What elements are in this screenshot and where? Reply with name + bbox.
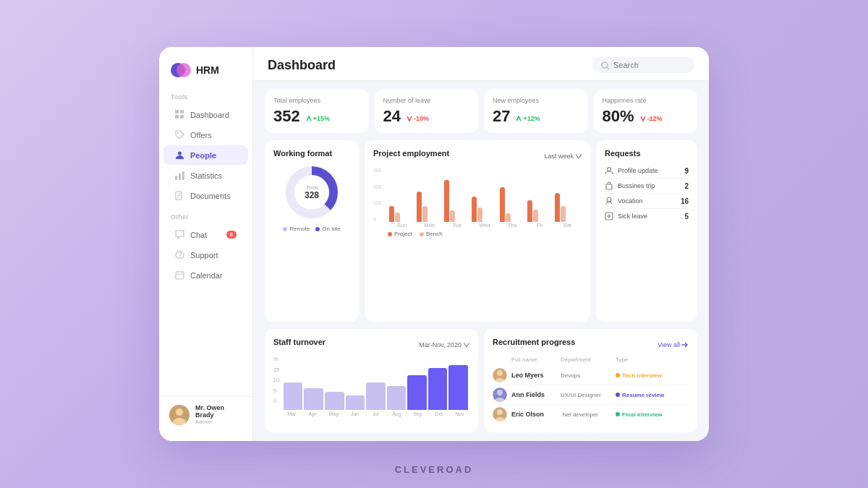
recruit-dept-2: .Net developer bbox=[561, 411, 611, 418]
recruit-row-2: Eric Olson .Net developer Final intervie… bbox=[493, 405, 689, 424]
stat-value-0: 352 bbox=[273, 107, 300, 126]
sidebar-item-support[interactable]: Support bbox=[163, 245, 248, 265]
chart-legend: Project Bench bbox=[388, 231, 582, 237]
stat-change-1: -10% bbox=[407, 115, 429, 122]
staff-chart-wrapper: % 15 10 5 0 bbox=[273, 356, 469, 416]
offers-label: Offers bbox=[190, 131, 212, 140]
view-all-link[interactable]: View all bbox=[658, 341, 689, 348]
recruit-avatar-2 bbox=[493, 407, 507, 421]
staff-bar-7 bbox=[428, 368, 448, 410]
project-chart-area: 300 200 100 0 bbox=[373, 168, 582, 236]
stat-value-3: 80% bbox=[603, 107, 634, 126]
staff-bar-3 bbox=[346, 395, 365, 410]
arrow-down-icon-3 bbox=[640, 116, 646, 121]
svg-rect-3 bbox=[180, 110, 184, 114]
request-count-3: 5 bbox=[684, 213, 689, 221]
svg-rect-2 bbox=[175, 110, 179, 114]
sidebar-logo: HRM bbox=[159, 60, 252, 93]
type-dot-2 bbox=[616, 412, 620, 416]
support-icon bbox=[175, 250, 184, 260]
recruit-row-0: Leo Myers Devops Tech interview bbox=[493, 366, 689, 385]
working-format-title: Working format bbox=[273, 149, 350, 158]
documents-label: Documents bbox=[190, 192, 231, 200]
sidebar-item-offers[interactable]: Offers bbox=[163, 125, 248, 145]
statistics-label: Statistics bbox=[190, 171, 222, 180]
request-row-1: Bussines trip 2 bbox=[605, 179, 689, 194]
staff-turnover-header: Staff turnover Mar-Nov, 2020 bbox=[273, 338, 469, 352]
file-icon bbox=[175, 191, 184, 200]
legend-project: Project bbox=[388, 231, 412, 237]
legend-onsite: On site bbox=[315, 226, 340, 232]
stat-change-0: +15% bbox=[306, 115, 330, 122]
stat-card-leave: Number of leave 24 -10% bbox=[375, 90, 479, 133]
request-row-2: Vocation 16 bbox=[605, 194, 689, 209]
project-dot bbox=[388, 232, 392, 236]
recruit-type-0: Tech interview bbox=[616, 372, 662, 379]
remote-dot bbox=[283, 227, 287, 231]
request-count-2: 16 bbox=[681, 197, 689, 205]
col-type: Type bbox=[616, 356, 628, 363]
request-row-0: Profile update 9 bbox=[605, 163, 689, 179]
search-icon bbox=[601, 61, 609, 69]
svg-point-24 bbox=[608, 168, 611, 171]
svg-rect-5 bbox=[180, 115, 184, 119]
staff-chevron-icon bbox=[464, 343, 469, 347]
user-info: Mr. Owen Brady Admin bbox=[195, 404, 242, 425]
arrow-up-icon bbox=[306, 116, 312, 121]
svg-point-29 bbox=[497, 370, 503, 376]
svg-point-16 bbox=[176, 408, 183, 416]
tag-icon bbox=[175, 130, 184, 140]
sidebar-item-documents[interactable]: Documents bbox=[163, 186, 248, 205]
recruit-avatar-0 bbox=[493, 368, 507, 382]
recruitment-rows: Leo Myers Devops Tech interview bbox=[493, 366, 689, 424]
svg-point-32 bbox=[497, 390, 503, 395]
bench-dot bbox=[420, 232, 424, 236]
main-content: Dashboard Total employees 352 +15% bbox=[253, 47, 709, 441]
donut-container: Total 328 Remote On site bbox=[273, 163, 350, 232]
sidebar-item-dashboard[interactable]: Dashboard bbox=[163, 105, 248, 124]
grid-icon bbox=[175, 110, 184, 119]
stat-change-2: +12% bbox=[516, 115, 540, 122]
bench-legend-label: Bench bbox=[426, 231, 443, 237]
calendar-label: Calendar bbox=[190, 271, 223, 280]
recruit-name-0: Leo Myers bbox=[511, 372, 556, 379]
sidebar-item-chat[interactable]: Chat 8 bbox=[163, 225, 248, 244]
sidebar-item-calendar[interactable]: Calendar bbox=[163, 265, 248, 285]
staff-turnover-card: Staff turnover Mar-Nov, 2020 % 15 10 5 0 bbox=[265, 329, 478, 432]
middle-row: Working format Total 328 Remo bbox=[265, 140, 697, 322]
logo-text: HRM bbox=[196, 64, 219, 76]
staff-bars-container: Mar Apr May Jun Jul Aug Sep Oct Nov bbox=[282, 356, 469, 416]
logo-icon bbox=[171, 60, 191, 80]
stat-label-0: Total employees bbox=[273, 97, 360, 104]
type-dot-0 bbox=[616, 373, 620, 377]
request-row-3: Sick leave 5 bbox=[605, 209, 689, 223]
stat-change-3: -12% bbox=[640, 115, 663, 122]
tools-label: Tools bbox=[159, 93, 252, 105]
working-format-card: Working format Total 328 Remo bbox=[265, 140, 359, 322]
recruit-name-2: Eric Olson bbox=[511, 411, 556, 418]
sidebar-item-people[interactable]: People bbox=[163, 145, 248, 165]
project-employment-title: Project employment bbox=[373, 149, 449, 158]
stat-cards-row: Total employees 352 +15% Number of leave… bbox=[265, 90, 697, 133]
chevron-down-icon bbox=[576, 154, 582, 158]
other-label: Other bbox=[159, 213, 252, 225]
sidebar-item-statistics[interactable]: Statistics bbox=[163, 166, 248, 185]
project-filter[interactable]: Last week bbox=[544, 153, 582, 160]
request-label-1: Bussines trip bbox=[618, 182, 680, 189]
svg-rect-10 bbox=[182, 171, 184, 180]
staff-filter[interactable]: Mar-Nov, 2020 bbox=[419, 341, 469, 348]
onsite-dot bbox=[315, 227, 320, 231]
request-label-0: Profile update bbox=[618, 167, 680, 174]
svg-line-19 bbox=[607, 67, 609, 69]
page-title: Dashboard bbox=[268, 58, 336, 73]
svg-point-13 bbox=[179, 257, 180, 257]
search-box[interactable] bbox=[592, 57, 694, 73]
search-input[interactable] bbox=[613, 61, 686, 69]
stat-value-2: 27 bbox=[493, 107, 510, 126]
sidebar-user: Mr. Owen Brady Admin bbox=[159, 396, 252, 432]
requests-title: Requests bbox=[605, 149, 689, 158]
donut-legend: Remote On site bbox=[283, 226, 340, 232]
staff-bar-1 bbox=[304, 388, 323, 410]
svg-rect-25 bbox=[606, 184, 612, 189]
person-icon bbox=[175, 150, 184, 160]
